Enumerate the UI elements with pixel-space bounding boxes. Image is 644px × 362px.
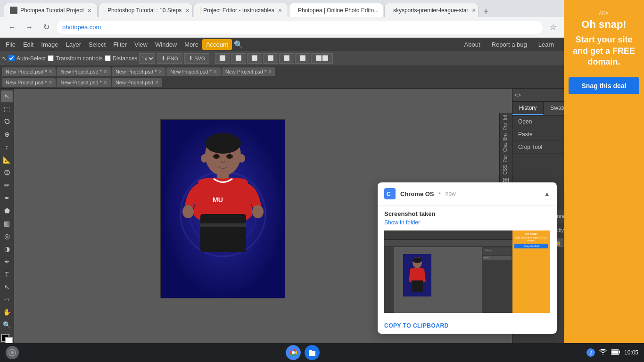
tab-close-3[interactable]: × bbox=[278, 7, 282, 14]
svg-text:MU: MU bbox=[213, 196, 223, 204]
doc-tab-7[interactable]: New Project.psd * × bbox=[57, 78, 110, 87]
png-export-button[interactable]: ⬇ PNG bbox=[157, 53, 182, 64]
spot-heal-tool[interactable] bbox=[1, 167, 13, 179]
text-tool[interactable]: T bbox=[1, 268, 13, 280]
select-tool[interactable]: ⬚ bbox=[1, 103, 13, 115]
search-button[interactable]: 🔍 bbox=[232, 38, 245, 51]
doc-tab-5[interactable]: New Project.psd * × bbox=[222, 67, 275, 76]
doc-tab-6[interactable]: New Project.psd * × bbox=[2, 78, 56, 87]
doc-tab-close-5[interactable]: × bbox=[268, 68, 272, 75]
align-center-button[interactable]: ⬜ bbox=[231, 53, 246, 64]
zoom-tool[interactable]: 🔍 bbox=[1, 319, 13, 331]
tab-close-4[interactable]: × bbox=[382, 7, 383, 14]
forward-button[interactable]: → bbox=[23, 21, 36, 34]
shape-tool[interactable]: ▱ bbox=[1, 294, 13, 305]
doc-tab-close-6[interactable]: × bbox=[49, 79, 52, 86]
ad-cta-button[interactable]: Snag this deal bbox=[569, 89, 639, 94]
crop-tool[interactable]: ↕ bbox=[1, 141, 13, 153]
transform-controls-input[interactable] bbox=[48, 55, 54, 61]
sidebar-par[interactable]: Par bbox=[501, 154, 511, 164]
tab-1[interactable]: Photopea Tutorial Project × bbox=[4, 3, 98, 17]
sidebar-css[interactable]: CSS bbox=[501, 164, 511, 176]
menu-filter[interactable]: Filter bbox=[109, 39, 131, 50]
doc-tab-close-8[interactable]: × bbox=[155, 79, 158, 86]
hand-tool[interactable]: ✋ bbox=[1, 306, 13, 318]
doc-tab-8[interactable]: New Project.psd × bbox=[112, 78, 162, 87]
menu-image[interactable]: Image bbox=[37, 39, 62, 50]
copy-to-clipboard-button[interactable]: COPY TO CLIPBOARD bbox=[384, 322, 449, 329]
notification-badge[interactable]: 2 bbox=[586, 348, 595, 357]
menu-file[interactable]: File bbox=[2, 39, 19, 50]
doc-tab-close-2[interactable]: × bbox=[104, 68, 107, 75]
menu-view[interactable]: View bbox=[131, 39, 151, 50]
align-bottom-button[interactable]: ⬜ bbox=[295, 53, 310, 64]
back-button[interactable]: ← bbox=[6, 21, 19, 34]
new-tab-button[interactable]: + bbox=[479, 6, 493, 17]
tab-close-5[interactable]: × bbox=[472, 7, 476, 14]
png-label: PNG bbox=[167, 56, 178, 61]
tab-4[interactable]: Photopea | Online Photo Edito... × bbox=[289, 3, 383, 17]
tab-2[interactable]: Photoshop Tutorial : 10 Steps × bbox=[99, 3, 193, 17]
distances-input[interactable] bbox=[105, 55, 111, 61]
transform-controls-checkbox[interactable]: Transform controls bbox=[48, 55, 103, 62]
path-select-tool[interactable]: ↖ bbox=[1, 281, 13, 293]
distances-checkbox[interactable]: Distances bbox=[105, 55, 138, 62]
tab-5[interactable]: skysports-premier-league-star × bbox=[384, 3, 479, 17]
doc-tab-1[interactable]: New Project.psd * × bbox=[2, 67, 56, 76]
popup-expand-icon[interactable]: ▲ bbox=[544, 190, 550, 197]
measure-tool[interactable]: 📐 bbox=[1, 154, 13, 166]
doc-tab-4[interactable]: New Project.psd * × bbox=[166, 67, 220, 76]
learn-link[interactable]: Learn bbox=[535, 39, 558, 50]
move-tool[interactable]: ↖ bbox=[1, 90, 13, 102]
report-bug-link[interactable]: Report a bug bbox=[488, 39, 531, 50]
show-in-folder-link[interactable]: Show in folder bbox=[384, 219, 550, 226]
bookmark-button[interactable]: ☆ bbox=[546, 21, 560, 34]
menu-window[interactable]: Window bbox=[151, 39, 181, 50]
taskbar-files-icon[interactable] bbox=[305, 345, 320, 360]
menu-layer[interactable]: Layer bbox=[62, 39, 85, 50]
align-top-button[interactable]: ⬜ bbox=[263, 53, 278, 64]
menu-select[interactable]: Select bbox=[85, 39, 109, 50]
sidebar-cha[interactable]: Cha bbox=[501, 142, 511, 153]
menu-edit[interactable]: Edit bbox=[19, 39, 37, 50]
dodge-tool[interactable]: ◑ bbox=[1, 243, 13, 255]
blur-tool[interactable]: ◎ bbox=[1, 230, 13, 242]
panel-collapse-left[interactable]: <> bbox=[514, 92, 521, 99]
auto-select-input[interactable] bbox=[8, 55, 15, 61]
doc-tab-2[interactable]: New Project.psd * × bbox=[57, 67, 110, 76]
doc-tab-close-7[interactable]: × bbox=[104, 79, 107, 86]
popup-title: Screenshot taken bbox=[384, 210, 550, 217]
gradient-tool[interactable]: ▥ bbox=[1, 217, 13, 229]
svg-export-button[interactable]: ⬇ SVG bbox=[184, 53, 209, 64]
auto-select-checkbox[interactable]: Auto-Select bbox=[8, 55, 46, 62]
url-input[interactable] bbox=[57, 21, 543, 34]
reload-button[interactable]: ↻ bbox=[40, 21, 53, 34]
doc-tab-3[interactable]: New Project.psd * × bbox=[112, 67, 165, 76]
about-link[interactable]: About bbox=[461, 39, 484, 50]
quick-select-tool[interactable]: ⊕ bbox=[1, 129, 13, 140]
sidebar-pro[interactable]: Pro bbox=[501, 122, 511, 132]
lasso-tool[interactable] bbox=[1, 116, 13, 128]
eraser-tool[interactable]: ⬟ bbox=[1, 205, 13, 216]
tab-close-2[interactable]: × bbox=[185, 7, 189, 14]
tab-3[interactable]: Project Editor - Instructables × bbox=[194, 3, 288, 17]
distribute-button[interactable]: ⬜ bbox=[279, 53, 294, 64]
taskbar-chrome-icon[interactable] bbox=[286, 345, 301, 360]
pen-tool[interactable]: ✒ bbox=[1, 255, 13, 267]
doc-tab-close-3[interactable]: × bbox=[158, 68, 162, 75]
align-left-button[interactable]: ⬜ bbox=[215, 53, 230, 64]
sidebar-bru[interactable]: Bru bbox=[501, 132, 511, 142]
scale-select[interactable]: 1x 2x 3x bbox=[139, 53, 155, 64]
sidebar-inf[interactable]: Inf bbox=[501, 114, 511, 121]
align-right-button[interactable]: ⬜ bbox=[247, 53, 262, 64]
menu-account[interactable]: Account bbox=[202, 39, 232, 50]
brush-tool[interactable]: ✏ bbox=[1, 180, 13, 191]
menu-more[interactable]: More bbox=[181, 39, 202, 50]
clone-tool[interactable]: ✒ bbox=[1, 192, 13, 204]
doc-tab-close-4[interactable]: × bbox=[214, 68, 217, 75]
doc-tab-close-1[interactable]: × bbox=[49, 68, 52, 75]
align-transform-button[interactable]: ⬜⬜ bbox=[311, 53, 333, 64]
tab-history[interactable]: History bbox=[512, 102, 544, 115]
tab-close-1[interactable]: × bbox=[88, 7, 91, 14]
launcher-button[interactable] bbox=[6, 346, 19, 359]
